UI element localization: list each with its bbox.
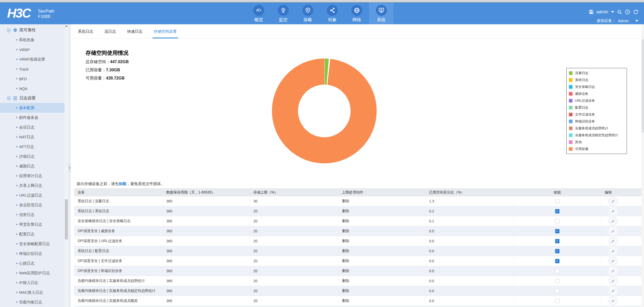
unmount-link[interactable]: 卸载	[119, 181, 126, 186]
enable-checkbox[interactable]	[555, 199, 559, 203]
edit-button[interactable]	[609, 246, 618, 256]
enable-checkbox[interactable]	[555, 299, 559, 303]
tab-快速日志[interactable]: 快速日志	[127, 24, 142, 38]
legend-item-系统日志[interactable]: 系统日志	[567, 76, 627, 83]
logout-icon[interactable]	[633, 9, 638, 15]
user-caret-icon[interactable]	[611, 11, 614, 13]
edit-button[interactable]	[609, 226, 618, 236]
page-scroll-thumb[interactable]	[642, 39, 644, 132]
sidebar-item-IP接入日志[interactable]: IP接入日志	[0, 278, 65, 288]
sidebar-item-心跳日志[interactable]: 心跳日志	[0, 258, 65, 268]
enable-checkbox[interactable]: ✓	[555, 249, 559, 253]
enable-checkbox[interactable]	[555, 219, 559, 223]
sidebar-item-MAC接入日志[interactable]: MAC接入日志	[0, 288, 65, 297]
sidebar-item-VRRP高级设置[interactable]: VRRP高级设置	[0, 54, 65, 64]
cell-service-text: 安全策略模块日志 | 安全策略日志	[78, 219, 130, 223]
sidebar-item-label: 邮件服务器	[19, 115, 38, 120]
legend-swatch	[569, 147, 573, 151]
shield-plus-icon	[302, 5, 313, 16]
legend-item-终端识别业务[interactable]: 终端识别业务	[567, 118, 627, 125]
sidebar-item-终端识别日志[interactable]: 终端识别日志	[0, 249, 65, 258]
scroll-up-icon[interactable]	[65, 25, 68, 27]
sidebar-item-信誉日志[interactable]: 信誉日志	[0, 210, 65, 220]
sidebar-item-带宽告警日志[interactable]: 带宽告警日志	[0, 220, 65, 229]
virtual-device-caret-icon[interactable]	[635, 20, 638, 22]
nav-item-策略[interactable]: 策略	[295, 3, 320, 24]
sidebar-scroll-thumb[interactable]	[65, 199, 68, 240]
virtual-device-value[interactable]: Admin	[618, 19, 629, 23]
legend-item-安全策略日志[interactable]: 安全策略日志	[567, 83, 627, 90]
legend-item-实服务组成员趋势统计[interactable]: 实服务组成员趋势统计	[567, 125, 627, 132]
edit-button[interactable]	[609, 217, 618, 226]
nav-item-系统[interactable]: 系统	[369, 3, 393, 24]
sidebar-item-会话日志[interactable]: 会话日志	[0, 122, 65, 132]
edit-button[interactable]	[609, 207, 618, 216]
enable-checkbox[interactable]: ✓	[555, 239, 559, 243]
help-icon[interactable]: ?	[625, 9, 630, 15]
edit-button[interactable]	[609, 197, 618, 206]
search-icon[interactable]	[617, 9, 622, 15]
sidebar-group-日志设置[interactable]: 日志设置	[0, 93, 65, 103]
sidebar-scrollbar[interactable]	[65, 24, 68, 307]
sidebar-item-VRRP[interactable]: VRRP	[0, 45, 65, 54]
save-config-icon[interactable]	[589, 9, 594, 14]
sidebar-item-AFT日志[interactable]: AFT日志	[0, 142, 65, 152]
sidebar-item-BFD[interactable]: BFD	[0, 74, 65, 84]
nav-item-监控[interactable]: 监控	[271, 3, 295, 24]
sidebar-item-威胁日志[interactable]: 威胁日志	[0, 161, 65, 171]
edit-button[interactable]	[609, 236, 618, 246]
user-name[interactable]: admin	[597, 9, 608, 15]
legend-item-文件过滤业务[interactable]: 文件过滤业务	[567, 111, 627, 118]
legend-item-URL过滤业务[interactable]: URL过滤业务	[567, 97, 627, 104]
legend-item-威胁业务[interactable]: 威胁业务	[567, 90, 627, 97]
sidebar-item-Track[interactable]: Track	[0, 64, 65, 74]
enable-checkbox[interactable]: ✓	[555, 259, 559, 263]
sidebar-item-双机热备[interactable]: 双机热备	[0, 35, 65, 45]
legend-item-流量日志[interactable]: 流量日志	[567, 70, 627, 76]
edit-button[interactable]	[609, 286, 618, 295]
sidebar-item-基本配置[interactable]: 基本配置	[0, 103, 65, 113]
enable-checkbox[interactable]	[555, 269, 559, 273]
sidebar-item-攻击防范日志[interactable]: 攻击防范日志	[0, 200, 65, 210]
nav-item-对象[interactable]: 对象	[320, 3, 344, 24]
log-storage-table-wrap: 业务数据保存周期（天，1-65535）存储上限（%）上限处理动作已用空间百分比（…	[74, 188, 641, 307]
sidebar-item-URL过滤日志[interactable]: URL过滤日志	[0, 190, 65, 200]
sidebar-item-邮件服务器[interactable]: 邮件服务器	[0, 113, 65, 122]
sidebar-group-高可靠性[interactable]: 高可靠性	[0, 25, 65, 35]
edit-button[interactable]	[609, 266, 618, 276]
legend-item-其他[interactable]: 其他	[567, 139, 627, 145]
tab-流日志[interactable]: 流日志	[104, 24, 116, 38]
enable-checkbox[interactable]	[555, 289, 559, 293]
legend-item-配置日志[interactable]: 配置日志	[567, 104, 627, 111]
sidebar-item-应用审计日志[interactable]: 应用审计日志	[0, 171, 65, 181]
nav-item-网络[interactable]: 网络	[344, 3, 369, 24]
chevron-circle-icon	[7, 96, 11, 100]
enable-checkbox[interactable]: ✓	[555, 229, 559, 233]
tab-系统日志[interactable]: 系统日志	[78, 24, 93, 38]
sidebar-item-配置日志[interactable]: 配置日志	[0, 229, 65, 239]
sidebar-item-共享上网日志[interactable]: 共享上网日志	[0, 181, 65, 190]
enable-checkbox[interactable]: ✓	[555, 209, 559, 213]
edit-button[interactable]	[609, 276, 618, 286]
sidebar-item-沙箱日志[interactable]: 沙箱日志	[0, 152, 65, 161]
sidebar-item-NAT日志[interactable]: NAT日志	[0, 132, 65, 142]
sidebar-item-NQA[interactable]: NQA	[0, 84, 65, 93]
sidebar-item-安全策略配置日志[interactable]: 安全策略配置日志	[0, 239, 65, 249]
edit-button[interactable]	[609, 256, 618, 266]
page-scrollbar[interactable]	[641, 24, 644, 307]
tab-存储空间设置[interactable]: 存储空间设置	[154, 24, 177, 38]
sidebar-item-label: Track	[19, 67, 29, 71]
edit-button[interactable]	[609, 296, 618, 305]
cell-used-text: 0.0	[429, 289, 434, 293]
table-row: 系统日志 | 系统日志36520删除0.2✓	[74, 206, 641, 216]
sidebar-item-负载均衡日志[interactable]: 负载均衡日志	[0, 297, 65, 307]
enable-checkbox[interactable]	[555, 279, 559, 283]
sidebar-item-Web应用防护日志[interactable]: Web应用防护日志	[0, 268, 65, 278]
legend-item-实服务组成员稳定性趋势统计[interactable]: 实服务组成员稳定性趋势统计	[567, 132, 627, 139]
cell-edit	[601, 266, 641, 276]
cell-limit-text: 20	[254, 239, 258, 243]
cell-limit-text: 20	[254, 259, 258, 263]
nav-item-概览[interactable]: 概览	[246, 3, 271, 24]
legend-item-可用容量[interactable]: 可用容量	[567, 145, 627, 152]
sidebar-collapse-handle[interactable]	[68, 164, 71, 172]
